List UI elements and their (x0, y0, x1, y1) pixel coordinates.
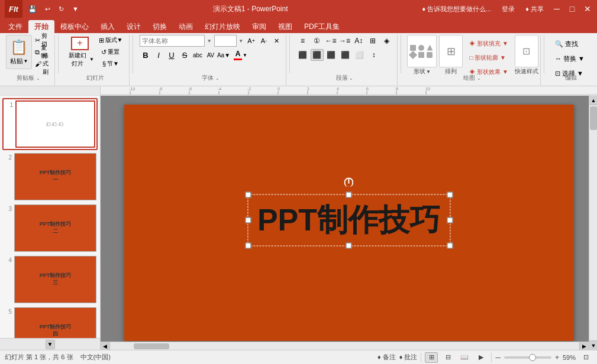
slide-item-2[interactable]: 2 PPT制作技巧一 (2, 152, 98, 202)
zoom-slider[interactable] (504, 356, 551, 359)
tab-transition[interactable]: 切换 (147, 20, 173, 33)
slide-thumb-3[interactable]: PPT制作技巧二 (14, 204, 96, 252)
char-case-btn[interactable]: Aa▼ (218, 49, 230, 61)
tab-home[interactable]: 开始 (28, 20, 54, 33)
new-slide-button[interactable]: + 新建幻灯片▼ (65, 36, 95, 69)
clear-format-btn[interactable]: ✕ (271, 35, 282, 47)
reading-view-btn[interactable]: 📖 (458, 352, 471, 363)
arrange-panel[interactable]: ⊞ (439, 35, 463, 67)
shape-outline-btn[interactable]: □ 形状轮廓 ▼ (465, 51, 512, 64)
paste-button[interactable]: 📋 粘贴▼ (6, 35, 32, 69)
tab-insert[interactable]: 插入 (95, 20, 121, 33)
h-scroll-thumb[interactable] (134, 343, 169, 349)
minimize-btn[interactable]: ─ (552, 4, 561, 14)
tab-review[interactable]: 审阅 (246, 20, 272, 33)
fit-slide-btn[interactable]: ⊡ (579, 352, 592, 363)
underline-btn[interactable]: U (166, 49, 178, 61)
layout-button[interactable]: ⊞版式▼ (96, 35, 125, 46)
tab-slideshow[interactable]: 幻灯片放映 (199, 20, 246, 33)
text-selection-box[interactable]: PPT制作技巧 (247, 194, 450, 246)
slide-thumb-5[interactable]: PPT制作技巧四 (14, 307, 96, 338)
replace-btn[interactable]: ↔ 替换 ▼ (551, 52, 591, 65)
handle-ml[interactable] (245, 217, 251, 223)
comments-btn[interactable]: ♦ 批注 (399, 353, 418, 362)
zoom-thumb[interactable] (529, 354, 536, 361)
find-btn[interactable]: 🔍 查找 (551, 37, 591, 50)
slide-item-3[interactable]: 3 PPT制作技巧二 (2, 203, 98, 253)
font-size-dropdown[interactable]: ▼ (238, 35, 245, 47)
shapes-panel[interactable] (407, 35, 437, 67)
tab-animation[interactable]: 动画 (173, 20, 199, 33)
zoom-out-btn[interactable]: ─ (495, 353, 501, 362)
panel-scroll-down-btn[interactable]: ▼ (46, 340, 55, 349)
office-logo[interactable]: FIt (5, 0, 22, 18)
scroll-left-btn[interactable]: ◀ (101, 342, 110, 350)
tab-template[interactable]: 模板中心 (54, 20, 95, 33)
handle-mr[interactable] (447, 217, 453, 223)
normal-view-btn[interactable]: ⊞ (425, 352, 438, 363)
slide-sorter-btn[interactable]: ⊟ (441, 352, 454, 363)
scroll-up-btn[interactable]: ▲ (589, 96, 597, 105)
align-center-btn[interactable]: ⬛ (311, 49, 324, 61)
zoom-in-btn[interactable]: + (555, 353, 559, 362)
share-btn[interactable]: ♦ 共享 (523, 4, 546, 15)
align-right-btn[interactable]: ⬛ (325, 49, 338, 61)
tab-view[interactable]: 视图 (272, 20, 298, 33)
font-name-dropdown[interactable]: ▼ (206, 35, 213, 47)
login-btn[interactable]: 登录 (499, 4, 517, 15)
format-painter-button[interactable]: 🖌格式刷 (34, 58, 51, 69)
handle-tl[interactable] (245, 192, 251, 198)
handle-tm[interactable] (346, 192, 351, 198)
slideshow-view-btn[interactable]: ▶ (475, 352, 488, 363)
reset-button[interactable]: ↺重置 (96, 47, 125, 57)
restore-btn[interactable]: □ (567, 4, 577, 14)
align-text-btn[interactable]: ⊞ (366, 35, 379, 47)
font-size-input[interactable]: 66 (214, 35, 237, 47)
numbering-btn[interactable]: ① (310, 35, 323, 47)
tab-file[interactable]: 文件 (2, 20, 28, 33)
search-placeholder[interactable]: ♦ 告诉我您想要做什么... (419, 4, 493, 15)
increase-indent-btn[interactable]: →≡ (338, 35, 351, 47)
decrease-indent-btn[interactable]: ←≡ (324, 35, 337, 47)
scroll-down-btn[interactable]: ▼ (589, 340, 597, 350)
slide-item-1[interactable]: 1 幻·幻·幻· (2, 98, 98, 150)
handle-bm[interactable] (346, 243, 351, 249)
qat-undo[interactable]: ↩ (43, 4, 53, 14)
slide-item-5[interactable]: 5 PPT制作技巧四 (2, 306, 98, 338)
notes-btn[interactable]: ♦ 备注 (377, 353, 396, 362)
qat-redo[interactable]: ↻ (56, 4, 66, 14)
close-btn[interactable]: ✕ (583, 4, 592, 14)
quick-styles-panel[interactable]: ⊡ (515, 35, 538, 67)
handle-bl[interactable] (245, 243, 251, 249)
increase-font-btn[interactable]: A+ (246, 35, 257, 47)
tab-design[interactable]: 设计 (121, 20, 147, 33)
smartart-btn[interactable]: ◈ (380, 35, 393, 47)
section-button[interactable]: §节▼ (96, 58, 125, 69)
shadow-btn[interactable]: abc (192, 49, 204, 61)
slide-item-4[interactable]: 4 PPT制作技巧三 (2, 255, 98, 304)
slide-thumb-2[interactable]: PPT制作技巧一 (14, 153, 96, 200)
scroll-right-btn[interactable]: ▶ (579, 342, 589, 350)
justify-btn[interactable]: ⬛ (339, 49, 352, 61)
scroll-thumb[interactable] (590, 106, 597, 130)
qat-customize[interactable]: ▼ (70, 4, 81, 14)
bold-btn[interactable]: B (140, 49, 151, 61)
strikethrough-btn[interactable]: S (179, 49, 191, 61)
canvas-area[interactable]: PPT制作技巧 ▲ ▼ ◀ ▶ (101, 96, 597, 350)
char-spacing-btn[interactable]: AV (205, 49, 217, 61)
font-name-input[interactable] (140, 35, 205, 47)
slide-thumb-4[interactable]: PPT制作技巧三 (14, 256, 96, 303)
qat-save[interactable]: 💾 (26, 4, 39, 14)
align-left-btn[interactable]: ⬛ (296, 49, 309, 61)
columns-btn[interactable]: ⬜ (353, 49, 366, 61)
italic-btn[interactable]: I (153, 49, 164, 61)
shape-fill-btn[interactable]: ◈ 形状填充 ▼ (465, 37, 512, 50)
handle-tr[interactable] (447, 192, 453, 198)
text-direction-btn[interactable]: A↕ (352, 35, 365, 47)
font-color-btn[interactable]: A ▼ (231, 49, 250, 61)
decrease-font-btn[interactable]: A- (258, 35, 269, 47)
zoom-level[interactable]: 59% (563, 354, 576, 361)
bullets-btn[interactable]: ≡ (296, 35, 309, 47)
tab-pdf[interactable]: PDF工具集 (298, 20, 346, 33)
slide-thumb-1[interactable]: 幻·幻·幻· (15, 100, 95, 148)
